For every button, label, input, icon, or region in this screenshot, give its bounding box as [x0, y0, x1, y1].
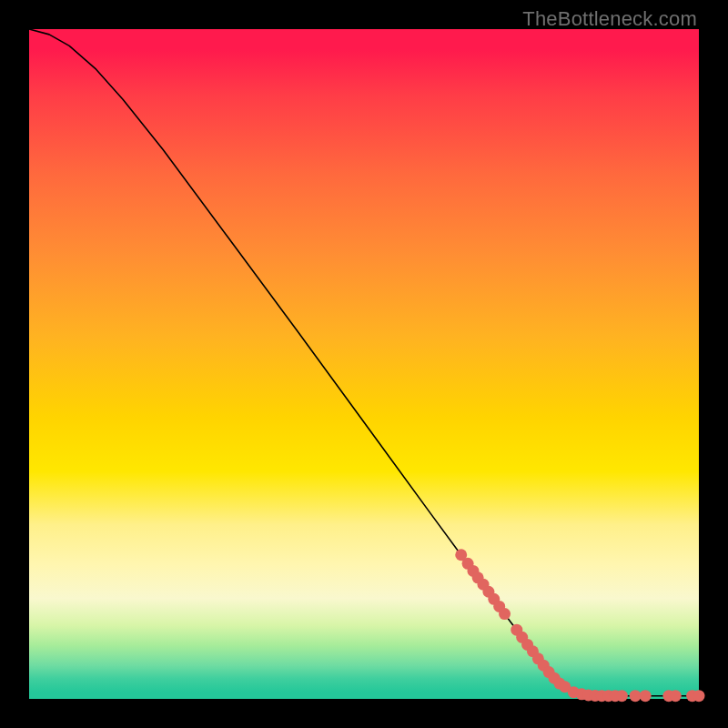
highlight-point: [693, 690, 705, 702]
highlight-point: [616, 690, 628, 702]
highlight-point: [640, 690, 652, 702]
highlight-point: [499, 608, 511, 620]
chart-curve: [29, 29, 699, 696]
highlight-point: [670, 690, 682, 702]
chart-plot-area: [29, 29, 699, 699]
chart-highlight-points: [455, 549, 704, 702]
attribution-text: TheBottleneck.com: [522, 7, 697, 31]
chart-overlay: [29, 29, 699, 699]
